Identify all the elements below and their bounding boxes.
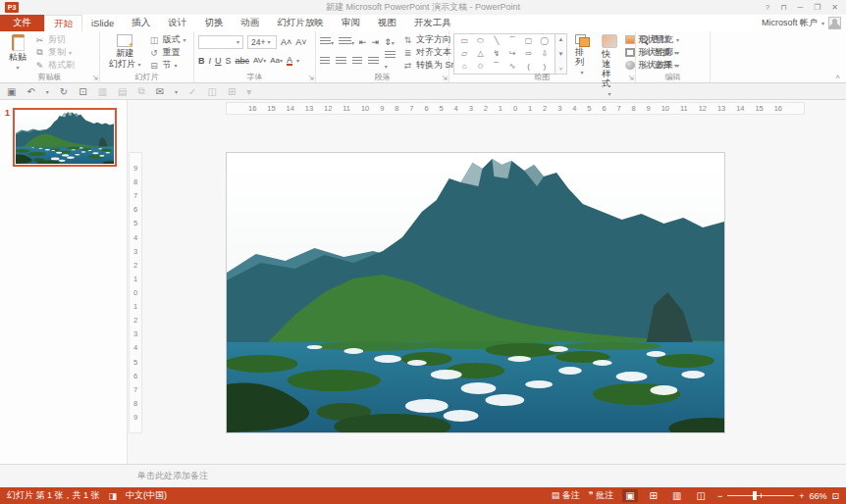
paragraph-dialog-launcher-icon[interactable]: ⇲ bbox=[442, 75, 448, 82]
print-preview-icon[interactable]: ▥ bbox=[98, 86, 107, 97]
undo-icon[interactable]: ↶ bbox=[26, 86, 34, 97]
ribbon-display-options-icon[interactable]: ⊓ bbox=[780, 3, 786, 12]
picture-icon[interactable]: ◫ bbox=[207, 86, 216, 97]
tab-animations[interactable]: 动画 bbox=[232, 15, 268, 31]
italic-button[interactable]: I bbox=[209, 56, 212, 66]
tab-transitions[interactable]: 切换 bbox=[195, 15, 232, 31]
shape-icon[interactable]: △ bbox=[477, 50, 483, 58]
qat-dropdown-icon[interactable]: ▾ bbox=[175, 88, 178, 95]
new-slide-button[interactable]: 新建 幻灯片 ▾ bbox=[104, 33, 146, 71]
collapse-ribbon-icon[interactable]: ˄ bbox=[835, 73, 840, 81]
grow-font-button[interactable]: A˄ bbox=[281, 37, 291, 47]
columns-button[interactable]: ▾ bbox=[385, 51, 397, 71]
text-shadow-button[interactable]: S bbox=[226, 56, 232, 66]
customize-qat-icon[interactable]: ▾ bbox=[246, 86, 251, 97]
justify-icon[interactable] bbox=[368, 57, 378, 65]
tab-insert[interactable]: 插入 bbox=[123, 15, 159, 31]
increase-indent-icon[interactable]: ⇥ bbox=[372, 37, 380, 47]
underline-button[interactable]: U bbox=[215, 56, 222, 66]
shape-icon[interactable]: ▱ bbox=[461, 50, 467, 58]
horizontal-ruler[interactable]: 1615141312111098765432101234567891011121… bbox=[226, 102, 805, 115]
font-name-combo[interactable]: ▾ bbox=[198, 35, 243, 49]
shape-icon[interactable]: ↯ bbox=[493, 50, 500, 58]
zoom-in-button[interactable]: + bbox=[799, 491, 804, 501]
copy-button[interactable]: ⧉复制▾ bbox=[34, 46, 75, 59]
shape-icon[interactable]: ∿ bbox=[509, 63, 516, 71]
drawing-dialog-launcher-icon[interactable]: ⇲ bbox=[628, 75, 634, 82]
font-dialog-launcher-icon[interactable]: ⇲ bbox=[308, 75, 314, 82]
account-menu[interactable]: Microsoft 帐户 ▾ bbox=[762, 15, 846, 31]
notes-toggle[interactable]: ▤ 备注 bbox=[552, 489, 580, 502]
layout-button[interactable]: ◫版式▾ bbox=[149, 33, 186, 46]
zoom-out-button[interactable]: − bbox=[717, 491, 722, 501]
align-right-icon[interactable] bbox=[352, 57, 362, 65]
slide-thumbnail[interactable] bbox=[13, 108, 117, 167]
paste-button[interactable]: 粘贴 ▾ bbox=[4, 33, 31, 74]
line-spacing-button[interactable]: ⇕▾ bbox=[384, 37, 395, 47]
theme-icon[interactable]: ◨ bbox=[109, 491, 118, 501]
chart-icon[interactable]: ⊞ bbox=[228, 86, 236, 97]
shape-icon[interactable]: ▭ bbox=[460, 37, 468, 45]
tab-slideshow[interactable]: 幻灯片放映 bbox=[268, 15, 333, 31]
gallery-down-icon[interactable]: ▼ bbox=[558, 51, 564, 57]
shape-icon[interactable]: ◯ bbox=[540, 37, 549, 45]
font-color-button[interactable]: A bbox=[287, 56, 292, 66]
slideshow-view-icon[interactable]: ◫ bbox=[693, 489, 708, 502]
shape-icon[interactable]: ⌒ bbox=[508, 37, 516, 45]
tab-file[interactable]: 文件 bbox=[0, 15, 44, 31]
bullets-button[interactable]: ▾ bbox=[320, 37, 334, 47]
tab-developer[interactable]: 开发工具 bbox=[405, 15, 460, 31]
section-button[interactable]: ⊟节▾ bbox=[149, 59, 186, 72]
slide-sorter-view-icon[interactable]: ⊞ bbox=[647, 489, 661, 502]
new-document-icon[interactable]: ▤ bbox=[118, 86, 127, 97]
select-button[interactable]: ⇖选择▾ bbox=[640, 59, 677, 72]
shape-icon[interactable]: ▢ bbox=[525, 37, 533, 45]
shape-icon[interactable]: ↪ bbox=[509, 50, 516, 58]
normal-view-icon[interactable]: ▣ bbox=[622, 489, 637, 502]
find-button[interactable]: 查找 bbox=[640, 33, 677, 46]
replace-button[interactable]: ab替换▾ bbox=[640, 46, 677, 59]
format-painter-button[interactable]: ✎格式刷 bbox=[34, 59, 75, 72]
fit-to-window-icon[interactable]: ⊡ bbox=[831, 491, 839, 501]
reading-view-icon[interactable]: ▥ bbox=[669, 489, 684, 502]
tab-home[interactable]: 开始 bbox=[44, 15, 82, 31]
save-icon[interactable]: ▣ bbox=[7, 86, 16, 97]
help-icon[interactable]: ? bbox=[766, 3, 769, 12]
gallery-more-icon[interactable]: ▿ bbox=[559, 65, 562, 72]
minimize-icon[interactable]: ─ bbox=[797, 3, 803, 12]
bold-button[interactable]: B bbox=[198, 56, 205, 66]
change-case-button[interactable]: Aa▾ bbox=[270, 56, 283, 65]
slide-canvas[interactable] bbox=[226, 152, 725, 433]
spelling-icon[interactable]: ✓ bbox=[188, 86, 196, 97]
font-size-combo[interactable]: 24+▾ bbox=[247, 35, 277, 49]
reset-button[interactable]: ↺重置 bbox=[149, 46, 186, 59]
shape-icon[interactable]: ⌒ bbox=[493, 63, 501, 71]
notes-pane[interactable]: 单击此处添加备注 bbox=[0, 464, 846, 487]
shape-icon[interactable]: ╲ bbox=[494, 37, 499, 45]
zoom-slider-handle[interactable] bbox=[753, 491, 757, 500]
shape-icon[interactable]: ⇩ bbox=[541, 50, 548, 58]
decrease-indent-icon[interactable]: ⇤ bbox=[359, 37, 367, 47]
shapes-gallery-scroll[interactable]: ▲ ▼ ▿ bbox=[555, 33, 567, 75]
close-icon[interactable]: ✕ bbox=[831, 3, 838, 12]
zoom-slider[interactable] bbox=[727, 495, 794, 496]
shape-icon[interactable]: ⬭ bbox=[477, 37, 484, 45]
character-spacing-button[interactable]: AV▾ bbox=[253, 56, 266, 65]
shrink-font-button[interactable]: A˅ bbox=[295, 37, 306, 47]
vertical-ruler[interactable]: 9876543210123456789 bbox=[129, 152, 142, 433]
email-icon[interactable]: ✉ bbox=[156, 86, 164, 97]
comments-toggle[interactable]: ❞ 批注 bbox=[589, 489, 613, 502]
language-indicator[interactable]: 中文(中国) bbox=[126, 489, 167, 502]
numbering-button[interactable]: ▾ bbox=[339, 37, 354, 47]
zoom-level[interactable]: 66% bbox=[809, 491, 826, 501]
shape-icon[interactable]: ✩ bbox=[477, 63, 484, 71]
strikethrough-button[interactable]: abc bbox=[236, 56, 250, 66]
quick-styles-button[interactable]: 快速样式 ▾ bbox=[597, 33, 622, 100]
shape-icon[interactable]: ) bbox=[543, 63, 546, 71]
redo-icon[interactable]: ↻ bbox=[60, 86, 68, 97]
slide-image[interactable] bbox=[227, 153, 724, 432]
shape-icon[interactable]: ( bbox=[527, 63, 530, 71]
open-icon[interactable]: ⧉ bbox=[138, 85, 145, 97]
tab-view[interactable]: 视图 bbox=[369, 15, 405, 31]
gallery-up-icon[interactable]: ▲ bbox=[558, 36, 564, 42]
